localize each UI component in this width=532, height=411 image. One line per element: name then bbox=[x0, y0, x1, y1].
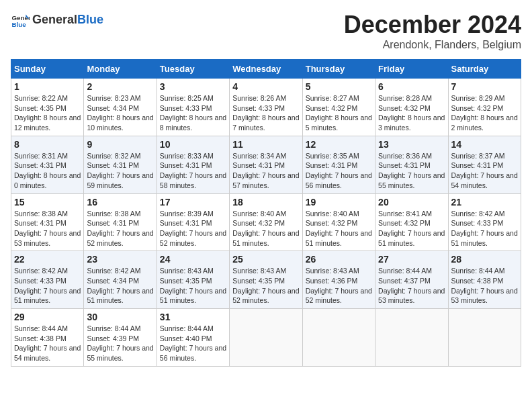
day-number: 2 bbox=[87, 81, 153, 92]
day-detail: Sunrise: 8:22 AMSunset: 4:35 PMDaylight:… bbox=[14, 94, 81, 132]
calendar-cell: 13 Sunrise: 8:36 AMSunset: 4:31 PMDaylig… bbox=[375, 136, 448, 193]
day-detail: Sunrise: 8:23 AMSunset: 4:34 PMDaylight:… bbox=[87, 94, 153, 132]
day-detail: Sunrise: 8:40 AMSunset: 4:32 PMDaylight:… bbox=[232, 210, 299, 247]
day-number: 14 bbox=[451, 139, 518, 150]
weekday-header: Tuesday bbox=[157, 60, 229, 79]
logo-text: GeneralBlue bbox=[32, 13, 103, 27]
calendar-cell: 24 Sunrise: 8:43 AMSunset: 4:35 PMDaylig… bbox=[157, 251, 229, 309]
calendar-cell: 12 Sunrise: 8:35 AMSunset: 4:31 PMDaylig… bbox=[302, 136, 375, 193]
calendar-cell: 4 Sunrise: 8:26 AMSunset: 4:33 PMDayligh… bbox=[230, 79, 302, 136]
day-number: 21 bbox=[451, 197, 518, 208]
day-number: 6 bbox=[378, 81, 445, 92]
weekday-header: Thursday bbox=[302, 60, 375, 79]
day-number: 3 bbox=[160, 81, 226, 92]
day-detail: Sunrise: 8:41 AMSunset: 4:32 PMDaylight:… bbox=[378, 210, 445, 247]
day-detail: Sunrise: 8:38 AMSunset: 4:31 PMDaylight:… bbox=[14, 210, 81, 247]
day-detail: Sunrise: 8:42 AMSunset: 4:34 PMDaylight:… bbox=[87, 267, 153, 304]
calendar-cell: 6 Sunrise: 8:28 AMSunset: 4:32 PMDayligh… bbox=[375, 79, 448, 136]
day-detail: Sunrise: 8:28 AMSunset: 4:32 PMDaylight:… bbox=[378, 94, 445, 132]
day-number: 26 bbox=[306, 254, 372, 265]
header: General Blue GeneralBlue December 2024 A… bbox=[11, 11, 521, 51]
day-detail: Sunrise: 8:43 AMSunset: 4:35 PMDaylight:… bbox=[232, 267, 299, 304]
day-number: 30 bbox=[87, 312, 153, 322]
calendar-table: SundayMondayTuesdayWednesdayThursdayFrid… bbox=[11, 59, 521, 367]
calendar-cell: 16 Sunrise: 8:38 AMSunset: 4:31 PMDaylig… bbox=[84, 193, 157, 251]
day-number: 5 bbox=[306, 81, 372, 92]
day-number: 20 bbox=[378, 197, 445, 208]
calendar-week-row: 29 Sunrise: 8:44 AMSunset: 4:38 PMDaylig… bbox=[11, 309, 521, 367]
day-number: 25 bbox=[232, 254, 299, 265]
calendar-cell: 22 Sunrise: 8:42 AMSunset: 4:33 PMDaylig… bbox=[11, 251, 84, 309]
calendar-cell: 17 Sunrise: 8:39 AMSunset: 4:31 PMDaylig… bbox=[157, 193, 229, 251]
day-detail: Sunrise: 8:44 AMSunset: 4:38 PMDaylight:… bbox=[14, 324, 81, 362]
day-detail: Sunrise: 8:27 AMSunset: 4:32 PMDaylight:… bbox=[306, 94, 372, 132]
calendar-cell bbox=[302, 309, 375, 367]
day-number: 8 bbox=[14, 139, 81, 150]
day-number: 27 bbox=[378, 254, 445, 265]
calendar-cell: 5 Sunrise: 8:27 AMSunset: 4:32 PMDayligh… bbox=[302, 79, 375, 136]
calendar-cell bbox=[375, 309, 448, 367]
calendar-cell: 23 Sunrise: 8:42 AMSunset: 4:34 PMDaylig… bbox=[84, 251, 157, 309]
calendar-cell: 18 Sunrise: 8:40 AMSunset: 4:32 PMDaylig… bbox=[230, 193, 302, 251]
day-number: 17 bbox=[160, 197, 226, 208]
day-detail: Sunrise: 8:34 AMSunset: 4:31 PMDaylight:… bbox=[232, 152, 299, 189]
day-detail: Sunrise: 8:33 AMSunset: 4:31 PMDaylight:… bbox=[160, 152, 226, 189]
title-area: December 2024 Arendonk, Flanders, Belgiu… bbox=[344, 11, 521, 51]
day-number: 18 bbox=[232, 197, 299, 208]
day-detail: Sunrise: 8:39 AMSunset: 4:31 PMDaylight:… bbox=[160, 210, 226, 247]
calendar-cell: 26 Sunrise: 8:43 AMSunset: 4:36 PMDaylig… bbox=[302, 251, 375, 309]
calendar-cell: 11 Sunrise: 8:34 AMSunset: 4:31 PMDaylig… bbox=[230, 136, 302, 193]
logo: General Blue GeneralBlue bbox=[11, 11, 103, 30]
calendar-cell: 3 Sunrise: 8:25 AMSunset: 4:33 PMDayligh… bbox=[157, 79, 229, 136]
day-number: 12 bbox=[306, 139, 372, 150]
day-detail: Sunrise: 8:40 AMSunset: 4:32 PMDaylight:… bbox=[306, 210, 372, 247]
day-detail: Sunrise: 8:29 AMSunset: 4:32 PMDaylight:… bbox=[451, 94, 518, 132]
day-detail: Sunrise: 8:43 AMSunset: 4:35 PMDaylight:… bbox=[160, 267, 226, 304]
day-detail: Sunrise: 8:32 AMSunset: 4:31 PMDaylight:… bbox=[87, 152, 153, 189]
calendar-cell: 28 Sunrise: 8:44 AMSunset: 4:38 PMDaylig… bbox=[448, 251, 521, 309]
day-detail: Sunrise: 8:26 AMSunset: 4:33 PMDaylight:… bbox=[232, 94, 299, 132]
day-number: 29 bbox=[14, 312, 81, 322]
day-number: 10 bbox=[160, 139, 226, 150]
calendar-cell bbox=[230, 309, 302, 367]
day-detail: Sunrise: 8:44 AMSunset: 4:40 PMDaylight:… bbox=[160, 324, 226, 362]
day-detail: Sunrise: 8:31 AMSunset: 4:31 PMDaylight:… bbox=[14, 152, 81, 189]
calendar-week-row: 22 Sunrise: 8:42 AMSunset: 4:33 PMDaylig… bbox=[11, 251, 521, 309]
day-detail: Sunrise: 8:44 AMSunset: 4:39 PMDaylight:… bbox=[87, 324, 153, 362]
calendar-week-row: 8 Sunrise: 8:31 AMSunset: 4:31 PMDayligh… bbox=[11, 136, 521, 193]
day-detail: Sunrise: 8:43 AMSunset: 4:36 PMDaylight:… bbox=[306, 267, 372, 304]
weekday-header: Wednesday bbox=[230, 60, 302, 79]
day-detail: Sunrise: 8:42 AMSunset: 4:33 PMDaylight:… bbox=[14, 267, 81, 304]
calendar-week-row: 1 Sunrise: 8:22 AMSunset: 4:35 PMDayligh… bbox=[11, 79, 521, 136]
calendar-cell: 10 Sunrise: 8:33 AMSunset: 4:31 PMDaylig… bbox=[157, 136, 229, 193]
subtitle: Arendonk, Flanders, Belgium bbox=[344, 39, 521, 51]
day-number: 24 bbox=[160, 254, 226, 265]
weekday-header: Friday bbox=[375, 60, 448, 79]
weekday-header: Sunday bbox=[11, 60, 84, 79]
calendar-cell: 20 Sunrise: 8:41 AMSunset: 4:32 PMDaylig… bbox=[375, 193, 448, 251]
calendar-cell: 25 Sunrise: 8:43 AMSunset: 4:35 PMDaylig… bbox=[230, 251, 302, 309]
calendar-cell: 7 Sunrise: 8:29 AMSunset: 4:32 PMDayligh… bbox=[448, 79, 521, 136]
day-detail: Sunrise: 8:36 AMSunset: 4:31 PMDaylight:… bbox=[378, 152, 445, 189]
day-number: 9 bbox=[87, 139, 153, 150]
day-number: 11 bbox=[232, 139, 299, 150]
calendar-cell bbox=[448, 309, 521, 367]
day-number: 15 bbox=[14, 197, 81, 208]
day-detail: Sunrise: 8:25 AMSunset: 4:33 PMDaylight:… bbox=[160, 94, 226, 132]
logo-icon: General Blue bbox=[11, 11, 30, 30]
calendar-cell: 21 Sunrise: 8:42 AMSunset: 4:33 PMDaylig… bbox=[448, 193, 521, 251]
day-detail: Sunrise: 8:38 AMSunset: 4:31 PMDaylight:… bbox=[87, 210, 153, 247]
day-number: 13 bbox=[378, 139, 445, 150]
calendar-cell: 2 Sunrise: 8:23 AMSunset: 4:34 PMDayligh… bbox=[84, 79, 157, 136]
day-number: 7 bbox=[451, 81, 518, 92]
day-detail: Sunrise: 8:37 AMSunset: 4:31 PMDaylight:… bbox=[451, 152, 518, 189]
day-number: 16 bbox=[87, 197, 153, 208]
calendar-cell: 19 Sunrise: 8:40 AMSunset: 4:32 PMDaylig… bbox=[302, 193, 375, 251]
day-number: 19 bbox=[306, 197, 372, 208]
calendar-cell: 27 Sunrise: 8:44 AMSunset: 4:37 PMDaylig… bbox=[375, 251, 448, 309]
calendar-cell: 30 Sunrise: 8:44 AMSunset: 4:39 PMDaylig… bbox=[84, 309, 157, 367]
weekday-header: Monday bbox=[84, 60, 157, 79]
day-number: 31 bbox=[160, 312, 226, 322]
weekday-header: Saturday bbox=[448, 60, 521, 79]
day-detail: Sunrise: 8:42 AMSunset: 4:33 PMDaylight:… bbox=[451, 210, 518, 247]
